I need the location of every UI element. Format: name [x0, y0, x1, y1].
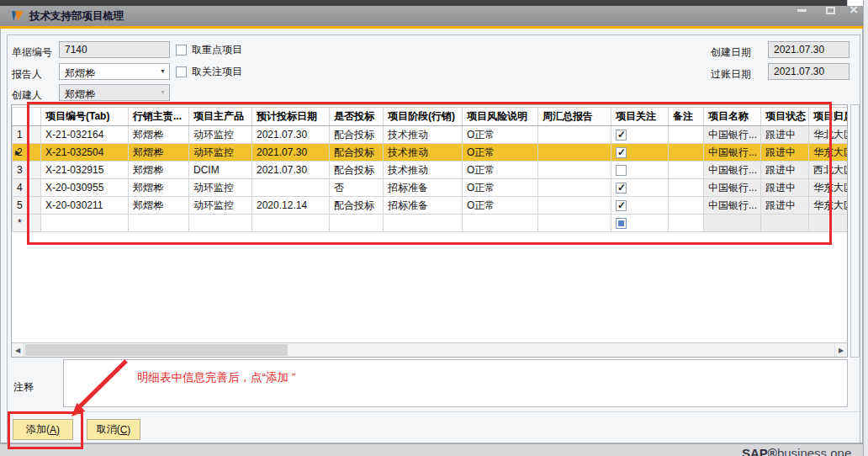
- column-header[interactable]: 周汇总报告: [538, 108, 611, 126]
- maximize-button[interactable]: [818, 0, 843, 20]
- column-header[interactable]: 项目主产品: [189, 108, 252, 126]
- table-cell[interactable]: [330, 215, 384, 232]
- table-cell[interactable]: X-21-032915: [41, 162, 129, 179]
- key-projects-checkbox[interactable]: [176, 45, 187, 56]
- table-cell[interactable]: 华北大区: [809, 126, 849, 144]
- key-projects-option[interactable]: 取重点项目: [176, 43, 242, 57]
- row-selector[interactable]: ▶2: [13, 144, 41, 162]
- table-cell[interactable]: DCIM: [189, 162, 252, 179]
- table-cell[interactable]: [41, 215, 129, 232]
- table-cell[interactable]: X-20-030211: [41, 197, 129, 215]
- cancel-button[interactable]: 取消(C): [87, 419, 140, 440]
- project-follow-checkbox[interactable]: [616, 130, 627, 141]
- row-selector[interactable]: 5: [13, 197, 41, 215]
- project-follow-checkbox[interactable]: [616, 147, 627, 158]
- table-cell[interactable]: 华东大区: [809, 144, 849, 162]
- follow-projects-checkbox[interactable]: [176, 66, 187, 77]
- table-cell[interactable]: 招标准备: [384, 179, 463, 197]
- table-cell[interactable]: 跟进中: [761, 197, 809, 215]
- table-cell[interactable]: 2021.07.30: [252, 144, 330, 162]
- table-cell[interactable]: 西北大区: [809, 162, 849, 179]
- table-cell[interactable]: [611, 144, 669, 162]
- table-cell[interactable]: 华东大区: [809, 197, 849, 215]
- title-bar[interactable]: 技术支持部项目梳理: [0, 6, 863, 26]
- column-header[interactable]: 项目编号(Tab): [41, 108, 129, 126]
- table-cell[interactable]: 中国银行...: [704, 179, 761, 197]
- reporter-select[interactable]: 郑熠桦 ▼: [59, 63, 170, 80]
- project-follow-checkbox[interactable]: [616, 183, 627, 194]
- column-header[interactable]: 备注: [669, 108, 704, 126]
- table-cell[interactable]: [538, 215, 611, 232]
- posting-date-field[interactable]: 2021.07.30: [768, 63, 849, 80]
- table-cell[interactable]: 招标准备: [384, 197, 463, 215]
- table-cell[interactable]: 技术推动: [384, 126, 463, 144]
- column-header[interactable]: 项目状态: [761, 108, 809, 126]
- table-cell[interactable]: [129, 215, 189, 232]
- table-cell[interactable]: 郑熠桦: [129, 197, 189, 215]
- table-cell[interactable]: 中国银行...: [704, 162, 761, 179]
- table-cell[interactable]: 华东大区: [809, 179, 849, 197]
- column-header[interactable]: 项目关注: [611, 108, 669, 126]
- table-cell[interactable]: 动环监控: [189, 144, 252, 162]
- row-selector[interactable]: 4: [13, 179, 41, 197]
- table-cell[interactable]: X-21-032164: [41, 126, 129, 144]
- project-follow-checkbox[interactable]: [616, 165, 627, 176]
- add-button[interactable]: 添加(A): [13, 419, 73, 440]
- table-cell[interactable]: 配合投标: [330, 144, 384, 162]
- table-cell[interactable]: [252, 179, 330, 197]
- column-header[interactable]: 行销主责...: [129, 108, 189, 126]
- table-cell[interactable]: [463, 215, 538, 232]
- table-cell[interactable]: 动环监控: [189, 179, 252, 197]
- table-cell[interactable]: [669, 162, 704, 179]
- table-cell[interactable]: 跟进中: [761, 126, 809, 144]
- column-header[interactable]: 项目风险说明: [463, 108, 538, 126]
- table-cell[interactable]: 中国银行...: [704, 144, 761, 162]
- table-cell[interactable]: [252, 215, 330, 232]
- horizontal-scrollbar[interactable]: ◀ ▶: [12, 342, 847, 357]
- table-cell[interactable]: 配合投标: [330, 197, 384, 215]
- table-cell[interactable]: [611, 215, 669, 232]
- table-cell[interactable]: 配合投标: [330, 162, 384, 179]
- table-cell[interactable]: [761, 215, 809, 232]
- table-cell[interactable]: [538, 162, 611, 179]
- table-cell[interactable]: [538, 179, 611, 197]
- table-cell[interactable]: 否: [330, 179, 384, 197]
- table-cell[interactable]: [538, 126, 611, 144]
- table-cell[interactable]: 跟进中: [761, 179, 809, 197]
- table-cell[interactable]: 郑熠桦: [129, 179, 189, 197]
- column-header[interactable]: 项目归属: [809, 108, 849, 126]
- chevron-down-icon[interactable]: ▼: [160, 68, 166, 74]
- table-cell[interactable]: X-20-030955: [41, 179, 129, 197]
- column-header[interactable]: 预计投标日期: [252, 108, 330, 126]
- table-cell[interactable]: 配合投标: [330, 126, 384, 144]
- column-header[interactable]: 项目阶段(行销): [384, 108, 463, 126]
- table-cell[interactable]: 跟进中: [761, 144, 809, 162]
- table-cell[interactable]: [704, 215, 761, 232]
- minimize-button[interactable]: [789, 0, 814, 20]
- table-cell[interactable]: [384, 215, 463, 232]
- table-cell[interactable]: O正常: [463, 144, 538, 162]
- table-cell[interactable]: 技术推动: [384, 144, 463, 162]
- table-cell[interactable]: [189, 215, 252, 232]
- vertical-scrollbar[interactable]: [850, 104, 860, 358]
- scroll-left-icon[interactable]: ◀: [12, 343, 24, 357]
- table-cell[interactable]: [669, 144, 704, 162]
- table-cell[interactable]: O正常: [463, 162, 538, 179]
- table-cell[interactable]: [669, 179, 704, 197]
- table-cell[interactable]: O正常: [463, 179, 538, 197]
- table-cell[interactable]: [611, 162, 669, 179]
- table-cell[interactable]: 动环监控: [189, 197, 252, 215]
- row-selector[interactable]: *: [13, 215, 41, 232]
- table-cell[interactable]: [538, 144, 611, 162]
- table-cell[interactable]: [669, 197, 704, 215]
- column-header[interactable]: 项目名称: [704, 108, 761, 126]
- created-date-field[interactable]: 2021.07.30: [768, 41, 849, 58]
- scroll-right-icon[interactable]: ▶: [834, 343, 847, 357]
- table-cell[interactable]: 技术推动: [384, 162, 463, 179]
- table-cell[interactable]: O正常: [463, 126, 538, 144]
- table-cell[interactable]: 中国银行...: [704, 126, 761, 144]
- table-cell[interactable]: [669, 126, 704, 144]
- table-cell[interactable]: 跟进中: [761, 162, 809, 179]
- table-cell[interactable]: [611, 126, 669, 144]
- table-cell[interactable]: [538, 197, 611, 215]
